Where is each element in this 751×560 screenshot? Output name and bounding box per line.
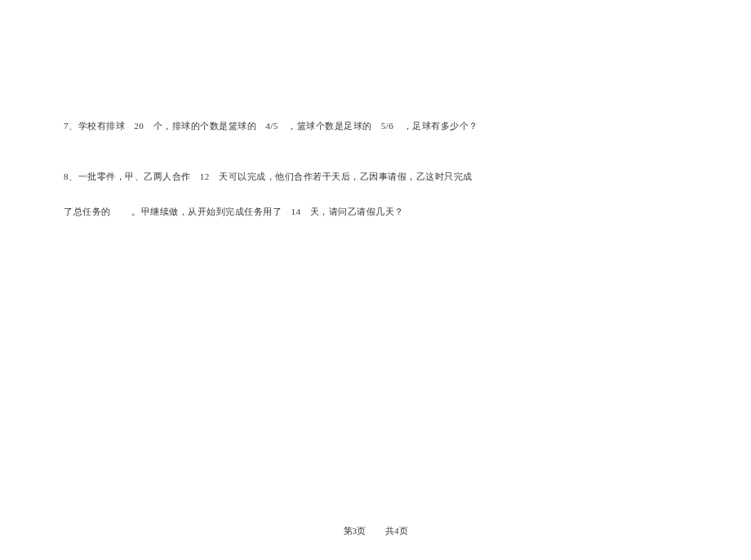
- q8-l2-blank: [113, 205, 129, 220]
- footer-current-unit: 页: [357, 526, 366, 536]
- q7-fraction-1: 4/5: [259, 119, 285, 134]
- q8-l1-suffix: 天可以完成，他们合作若干天后，乙因事请假，乙这时只完成: [219, 171, 473, 181]
- footer-current-label: 第: [344, 526, 353, 536]
- q7-fraction-2: 5/6: [375, 119, 401, 134]
- page-footer: 第3页共4页: [0, 525, 751, 537]
- document-content: 7、学校有排球 20 个，排球的个数是篮球的 4/5 ，篮球个数是足球的 5/6…: [0, 0, 751, 220]
- q7-text-mid2: ，篮球个数是足球的: [287, 121, 372, 131]
- q8-l2-prefix: 了总任务的: [64, 207, 111, 216]
- question-7: 7、学校有排球 20 个，排球的个数是篮球的 4/5 ，篮球个数是足球的 5/6…: [64, 119, 687, 134]
- q7-text-mid1: 个，排球的个数是篮球的: [153, 121, 257, 131]
- question-8-line-2: 了总任务的 。甲继续做，从开始到完成任务用了 14 天，请问乙请假几天？: [64, 205, 687, 220]
- q7-text-prefix: 7、学校有排球: [64, 121, 125, 131]
- q8-l1-number: 12: [193, 170, 216, 184]
- footer-total-label: 共: [385, 526, 394, 536]
- q8-l2-mid: 。甲继续做，从开始到完成任务用了: [131, 207, 282, 216]
- q7-text-suffix: ，足球有多少个？: [403, 121, 478, 131]
- q8-l1-prefix: 8、一批零件，甲、乙两人合作: [64, 171, 191, 181]
- q8-l2-suffix: 天，请问乙请假几天？: [310, 207, 404, 216]
- question-8-line-1: 8、一批零件，甲、乙两人合作 12 天可以完成，他们合作若干天后，乙因事请假，乙…: [64, 170, 687, 184]
- q8-l2-number: 14: [285, 205, 308, 220]
- q7-number-1: 20: [127, 119, 150, 134]
- footer-total-unit: 页: [399, 526, 408, 536]
